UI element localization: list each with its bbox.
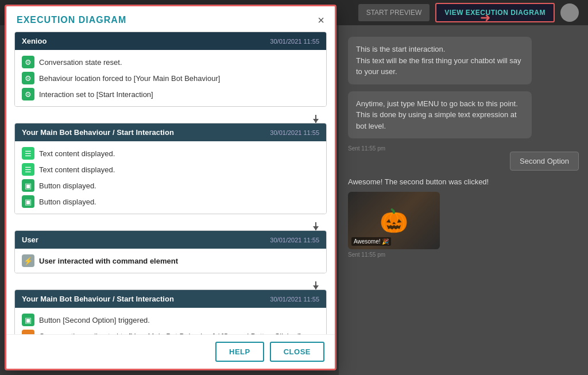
text-icon: ☰	[22, 163, 34, 176]
section-main-bot-start-title: Your Main Bot Behaviour / Start Interact…	[22, 128, 174, 137]
section-xenioo-header: Xenioo 30/01/2021 11:55	[15, 32, 326, 50]
image-caption: Awesome! 🎉	[351, 237, 391, 246]
section-user-timestamp: 30/01/2021 11:55	[270, 237, 319, 243]
gear-icon: ⚙	[22, 88, 34, 100]
gear-icon: ⚙	[22, 72, 34, 84]
section-main-bot-start-2-timestamp: 30/01/2021 11:55	[270, 296, 319, 303]
connector-2	[14, 222, 327, 230]
section-xenioo-body: ⚙ Conversation state reset. ⚙ Behaviour …	[15, 50, 326, 106]
section-main-bot-start-body: ☰ Text content displayed. ☰ Text content…	[15, 141, 326, 214]
image-emoji: 🎃	[380, 207, 408, 234]
gear-icon: ⚙	[22, 56, 34, 68]
section-user: User 30/01/2021 11:55 ⚡ User interacted …	[14, 230, 327, 273]
execution-diagram-modal: EXECUTION DIAGRAM × Xenioo 30/01/2021 11…	[5, 5, 336, 370]
section-xenioo-title: Xenioo	[22, 37, 47, 45]
list-item: ⚡ User interacted with command element	[22, 254, 319, 267]
connector-line-icon	[315, 281, 316, 289]
arrow-icon: ➜	[480, 10, 490, 25]
connector-3	[14, 281, 327, 289]
section-xenioo: Xenioo 30/01/2021 11:55 ⚙ Conversation s…	[14, 32, 327, 107]
list-item: ⚙ Interaction set to [Start Interaction]	[22, 88, 319, 100]
section-main-bot-start-2-body: ▣ Button [Second Option] triggered. ↪ Co…	[15, 308, 326, 334]
button-icon: ▣	[22, 179, 34, 192]
modal-title: EXECUTION DIAGRAM	[17, 15, 126, 25]
section-user-title: User	[22, 235, 38, 244]
avatar	[560, 3, 579, 22]
chat-message-3: Awesome! The second button was clicked!	[348, 177, 579, 186]
list-item: ▣ Button displayed.	[22, 179, 319, 192]
list-item: ⚙ Conversation state reset.	[22, 56, 319, 68]
section-main-bot-start-2: Your Main Bot Behaviour / Start Interact…	[14, 289, 327, 334]
help-button[interactable]: HELP	[215, 342, 264, 362]
modal-header: EXECUTION DIAGRAM ×	[6, 6, 335, 32]
section-xenioo-timestamp: 30/01/2021 11:55	[270, 38, 319, 45]
timestamp-2: Sent 11:55 pm	[348, 252, 579, 258]
button-icon: ▣	[22, 195, 34, 208]
modal-footer: HELP CLOSE	[6, 334, 335, 369]
section-user-header: User 30/01/2021 11:55	[15, 231, 326, 249]
list-item: ▣ Button displayed.	[22, 195, 319, 208]
button-icon: ▣	[22, 314, 34, 326]
start-preview-button[interactable]: START PREVIEW	[358, 4, 430, 21]
modal-close-x-button[interactable]: ×	[318, 14, 324, 26]
section-main-bot-start-header: Your Main Bot Behaviour / Start Interact…	[15, 123, 326, 141]
connector-line-icon	[315, 115, 316, 123]
chat-area: This is the start interaction. This text…	[339, 25, 588, 375]
list-item: ↪ Conversation redirected to [Your Main …	[22, 330, 319, 334]
redirect-icon: ↪	[22, 330, 34, 334]
chat-message-1: This is the start interaction. This text…	[348, 37, 532, 84]
list-item: ⚙ Behaviour location forced to [Your Mai…	[22, 72, 319, 84]
connector-line-icon	[315, 222, 316, 230]
chat-message-2: Anytime, just type MENU to go back to th…	[348, 91, 532, 139]
view-execution-button[interactable]: VIEW EXECUTION DIAGRAM	[435, 3, 555, 22]
user-icon: ⚡	[22, 254, 34, 267]
section-main-bot-start-2-title: Your Main Bot Behaviour / Start Interact…	[22, 295, 174, 303]
connector-1	[14, 115, 327, 123]
section-main-bot-start-timestamp: 30/01/2021 11:55	[270, 129, 319, 136]
list-item: ☰ Text content displayed.	[22, 147, 319, 160]
list-item: ☰ Text content displayed.	[22, 163, 319, 176]
modal-body: Xenioo 30/01/2021 11:55 ⚙ Conversation s…	[6, 32, 335, 334]
section-main-bot-start: Your Main Bot Behaviour / Start Interact…	[14, 123, 327, 214]
timestamp-1: Sent 11:55 pm	[348, 145, 579, 152]
second-option-button[interactable]: Second Option	[510, 152, 579, 171]
close-button[interactable]: CLOSE	[270, 342, 324, 362]
section-main-bot-start-2-header: Your Main Bot Behaviour / Start Interact…	[15, 290, 326, 308]
list-item: ▣ Button [Second Option] triggered.	[22, 314, 319, 326]
section-user-body: ⚡ User interacted with command element	[15, 249, 326, 273]
text-icon: ☰	[22, 147, 34, 160]
chat-image: 🎃 Awesome! 🎉	[348, 192, 440, 249]
